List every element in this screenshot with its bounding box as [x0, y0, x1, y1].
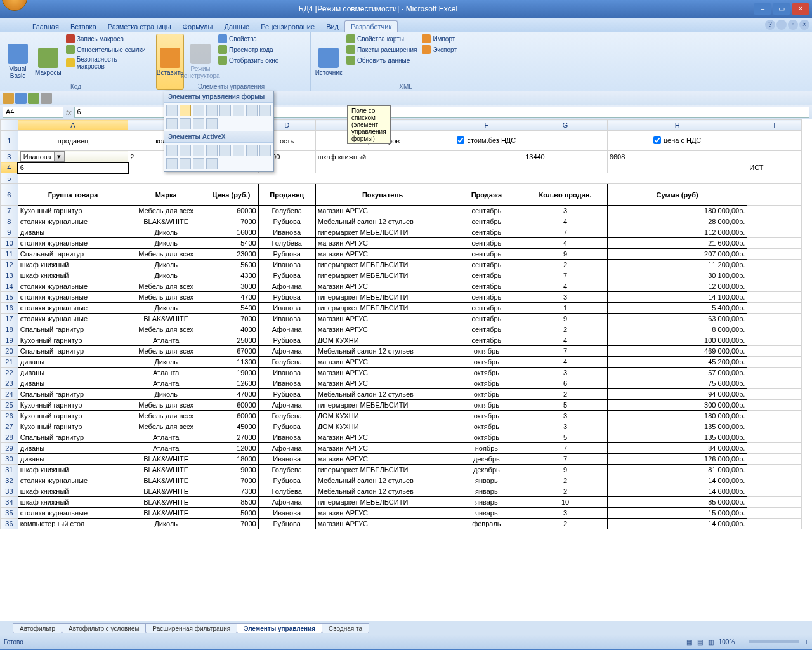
zoom-level[interactable]: 100% — [719, 639, 735, 646]
close-workbook-icon[interactable]: × — [799, 20, 809, 30]
cell[interactable]: Диколь — [128, 389, 204, 400]
cell[interactable] — [747, 206, 802, 216]
help-icon[interactable]: ? — [765, 20, 775, 30]
show-dialog-button[interactable]: Отобразить окно — [217, 55, 280, 65]
cell[interactable]: 15 000,00р. — [607, 508, 747, 519]
view-layout-icon[interactable]: ▤ — [697, 639, 703, 646]
cell[interactable] — [747, 238, 802, 249]
insert-control-button[interactable]: Вставить — [156, 34, 184, 90]
combobox-control-icon[interactable] — [180, 105, 191, 116]
cell[interactable]: Голубева — [258, 486, 315, 497]
cell[interactable]: сентябрь — [450, 260, 523, 270]
cell[interactable]: столики журнальные — [18, 508, 128, 519]
cell[interactable] — [315, 162, 450, 173]
cell[interactable]: Иванова — [258, 260, 315, 270]
cell[interactable] — [747, 131, 802, 151]
row-header[interactable]: 26 — [1, 411, 18, 421]
cell[interactable]: Диколь — [128, 519, 204, 529]
cell[interactable]: Диколь — [128, 270, 204, 281]
design-mode-button[interactable]: Режим конструктора — [187, 34, 214, 90]
cell[interactable] — [747, 216, 802, 227]
cell[interactable]: магазин АРГУС — [315, 249, 450, 260]
cell[interactable] — [450, 162, 523, 173]
cell[interactable]: столики журнальные — [18, 314, 128, 324]
cell[interactable]: октябрь — [450, 389, 523, 400]
cell[interactable]: шкаф книжный — [315, 151, 450, 162]
cell[interactable]: 6608 — [607, 151, 747, 162]
row-header[interactable]: 22 — [1, 368, 18, 378]
cell[interactable]: Мебельный салон 12 стульев — [315, 486, 450, 497]
cell[interactable]: 9 — [523, 465, 608, 475]
cell[interactable]: 7 — [523, 346, 608, 357]
cell[interactable]: декабрь — [450, 454, 523, 465]
row-header[interactable]: 35 — [1, 508, 18, 519]
cell[interactable] — [747, 260, 802, 270]
cell[interactable]: 60000 — [204, 206, 259, 216]
row-header[interactable]: 12 — [1, 260, 18, 270]
active-cell[interactable]: 6 — [18, 162, 128, 173]
cell[interactable]: Мебель для всех — [128, 346, 204, 357]
cell[interactable]: гипермаркет МЕБЕЛЬСИТИ — [315, 292, 450, 303]
ax-list-icon[interactable] — [206, 145, 218, 156]
xml-source-button[interactable]: Источник — [315, 34, 343, 90]
cell[interactable]: Мебель для всех — [128, 292, 204, 303]
cell[interactable]: 63 000,00р. — [607, 314, 747, 324]
cell[interactable]: сентябрь — [450, 206, 523, 216]
cell[interactable]: 28 000,00р. — [607, 216, 747, 227]
row-header[interactable]: 15 — [1, 292, 18, 303]
visual-basic-button[interactable]: Visual Basic — [4, 34, 32, 90]
sheet-tab[interactable]: Элементы управления — [237, 623, 322, 633]
cell[interactable]: Кухонный гарнитур — [18, 421, 128, 432]
ax-text-icon[interactable] — [219, 145, 231, 156]
cell[interactable]: ноябрь — [450, 443, 523, 454]
cell[interactable]: 1 — [523, 303, 608, 314]
cell[interactable]: гипермаркет МЕБЕЛЬСИТИ — [315, 400, 450, 411]
cell[interactable]: 3 — [523, 421, 608, 432]
nb-icon2[interactable] — [15, 93, 27, 104]
cell[interactable]: Спальный гарнитур — [18, 324, 128, 335]
cell[interactable]: Диколь — [128, 357, 204, 368]
cell[interactable]: 7000 — [204, 519, 259, 529]
cell[interactable]: 4 — [523, 238, 608, 249]
cell[interactable]: Иванова — [258, 432, 315, 443]
cell[interactable]: 4700 — [204, 292, 259, 303]
cell[interactable]: 7 — [523, 454, 608, 465]
cell[interactable]: Афонина — [258, 346, 315, 357]
cell[interactable]: январь — [450, 486, 523, 497]
cell[interactable] — [747, 432, 802, 443]
cell[interactable]: ДОМ КУХНИ — [315, 421, 450, 432]
zoom-out-button[interactable]: − — [740, 639, 743, 646]
cell[interactable]: сентябрь — [450, 314, 523, 324]
th-buyer[interactable]: Покупатель — [315, 184, 450, 206]
cell[interactable]: 9 — [523, 249, 608, 260]
cell[interactable]: 94 000,00р. — [607, 389, 747, 400]
cell[interactable] — [747, 486, 802, 497]
cell[interactable]: 5 — [523, 400, 608, 411]
cell[interactable] — [747, 519, 802, 529]
col-header-I[interactable]: I — [747, 120, 802, 131]
close-button[interactable]: × — [792, 3, 809, 15]
ax-check-icon[interactable] — [193, 145, 204, 156]
cell[interactable]: октябрь — [450, 346, 523, 357]
cell[interactable]: магазин АРГУС — [315, 508, 450, 519]
cell[interactable]: Афонина — [258, 443, 315, 454]
cell[interactable]: 21 600,00р. — [607, 238, 747, 249]
cell[interactable]: 7 — [523, 270, 608, 281]
cell[interactable] — [747, 465, 802, 475]
cell[interactable]: Мебельный салон 12 стульев — [315, 346, 450, 357]
row-header[interactable]: 27 — [1, 421, 18, 432]
cell[interactable]: 9 — [523, 314, 608, 324]
nb-icon3[interactable] — [28, 93, 39, 104]
cell[interactable]: Голубева — [258, 465, 315, 475]
cell[interactable]: гипермаркет МЕБЕЛЬСИТИ — [315, 270, 450, 281]
cell[interactable]: Атланта — [128, 432, 204, 443]
button-control-icon[interactable] — [166, 105, 178, 116]
cell[interactable]: Рубцова — [258, 475, 315, 486]
cell[interactable]: Рубцова — [258, 421, 315, 432]
cell[interactable]: 60000 — [204, 400, 259, 411]
row-header[interactable]: 17 — [1, 314, 18, 324]
chevron-down-icon[interactable]: ▾ — [54, 152, 64, 161]
cell[interactable]: столики журнальные — [18, 303, 128, 314]
cell[interactable]: 135 000,00р. — [607, 432, 747, 443]
scrollbar-control-icon[interactable] — [166, 118, 178, 129]
